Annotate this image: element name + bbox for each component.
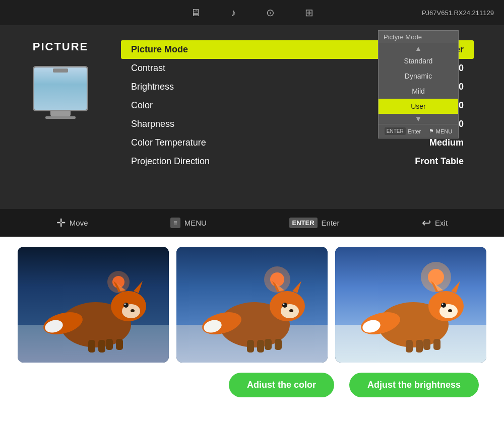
picture-mode-label: Picture Mode: [131, 44, 188, 55]
monitor-nav-icon[interactable]: 🖥: [191, 7, 201, 19]
color-temperature-label: Color Temperature: [131, 137, 206, 148]
svg-rect-37: [275, 339, 282, 350]
svg-rect-35: [257, 340, 264, 352]
menu-icon: ≡: [170, 218, 180, 228]
svg-point-29: [282, 303, 287, 308]
svg-rect-15: [88, 340, 95, 352]
picture-mode-dropdown[interactable]: Pictyre Mode ▲ Standard Dynamic Mild Use…: [378, 30, 459, 138]
adjust-brightness-button[interactable]: Adjust the brightness: [349, 373, 479, 397]
projector-ui: 🖥 ♪ ⊙ ⊞ PJ67V651.RX24.211129 PICTURE Pic…: [0, 0, 504, 237]
exit-icon: ↩: [422, 217, 431, 230]
brightness-label: Brightness: [131, 82, 174, 92]
menu-btn[interactable]: ≡ MENU: [170, 218, 207, 228]
monitor-stand: [50, 111, 71, 116]
dropdown-down-arrow[interactable]: ▼: [379, 114, 458, 124]
svg-rect-17: [106, 339, 113, 350]
fox-image-3: [335, 247, 486, 363]
exit-btn[interactable]: ↩ Exit: [422, 217, 448, 230]
exit-label: Exit: [435, 219, 448, 227]
action-buttons-row: Adiust the color Adjust the brightness: [0, 373, 504, 397]
clock-nav-icon[interactable]: ⊙: [266, 7, 275, 19]
bottom-bar: ✛ Move ≡ MENU ENTER Enter ↩ Exit: [0, 209, 504, 237]
svg-point-12: [131, 309, 135, 312]
sharpness-label: Sharpness: [131, 119, 174, 129]
dropdown-enter-btn[interactable]: ENTER Enter: [385, 127, 421, 135]
dropdown-item-user[interactable]: User: [379, 99, 458, 114]
dropdown-menu-btn[interactable]: ⚑ MENU: [429, 127, 452, 135]
svg-rect-16: [98, 340, 105, 352]
projection-direction-value: Front Table: [415, 156, 464, 167]
svg-point-50: [448, 309, 452, 312]
move-label: Move: [70, 219, 88, 227]
music-nav-icon[interactable]: ♪: [231, 7, 236, 19]
svg-point-49: [442, 304, 444, 305]
fox-image-1: [18, 247, 169, 363]
dropdown-up-arrow[interactable]: ▲: [379, 43, 458, 53]
enter-icon: ENTER: [289, 218, 318, 228]
top-nav: 🖥 ♪ ⊙ ⊞ PJ67V651.RX24.211129: [0, 0, 504, 25]
svg-rect-18: [116, 339, 123, 350]
images-section: Adiust the color Adjust the brightness: [0, 237, 504, 423]
svg-point-48: [441, 303, 446, 308]
firmware-version: PJ67V651.RX24.211129: [422, 9, 494, 17]
svg-rect-34: [247, 340, 254, 352]
monitor-base: [45, 116, 76, 119]
svg-point-30: [283, 304, 285, 305]
enter-label: Enter: [322, 219, 340, 227]
adjust-color-button[interactable]: Adiust the color: [229, 373, 334, 397]
dropdown-item-dynamic[interactable]: Dynamic: [379, 68, 458, 84]
enter-icon: ENTER: [385, 127, 406, 135]
menu-label: MENU: [184, 219, 207, 227]
picture-monitor-icon: [33, 66, 88, 111]
menu-icon-small: ⚑: [429, 128, 434, 134]
svg-rect-53: [406, 340, 413, 352]
svg-rect-36: [265, 339, 272, 350]
nav-icons: 🖥 ♪ ⊙ ⊞: [191, 7, 313, 19]
fox-images-row: [18, 247, 486, 363]
fox-image-2: [176, 247, 328, 363]
svg-point-10: [123, 303, 129, 308]
grid-nav-icon[interactable]: ⊞: [305, 7, 313, 19]
color-temperature-value: Medium: [429, 137, 464, 148]
dropdown-footer: ENTER Enter ⚑ MENU: [379, 124, 458, 138]
dropdown-title: Pictyre Mode: [379, 31, 458, 43]
dropdown-menu-label: MENU: [436, 128, 452, 134]
move-btn[interactable]: ✛ Move: [56, 217, 88, 230]
svg-rect-55: [423, 339, 430, 350]
dropdown-item-mild[interactable]: Mild: [379, 84, 458, 99]
svg-point-31: [289, 309, 293, 312]
picture-label: PICTURE: [33, 40, 89, 53]
svg-point-11: [124, 304, 126, 305]
move-icon: ✛: [56, 217, 66, 230]
svg-rect-56: [433, 339, 440, 350]
setting-row-projection-direction[interactable]: Projection Direction Front Table: [121, 152, 474, 171]
color-label: Color: [131, 100, 153, 111]
projection-direction-label: Projection Direction: [131, 156, 210, 167]
contrast-label: Contrast: [131, 63, 165, 74]
dropdown-enter-label: Enter: [408, 128, 421, 134]
enter-btn[interactable]: ENTER Enter: [289, 218, 340, 228]
picture-label-area: PICTURE: [30, 40, 91, 119]
dropdown-item-standard[interactable]: Standard: [379, 53, 458, 68]
svg-rect-54: [416, 340, 423, 352]
